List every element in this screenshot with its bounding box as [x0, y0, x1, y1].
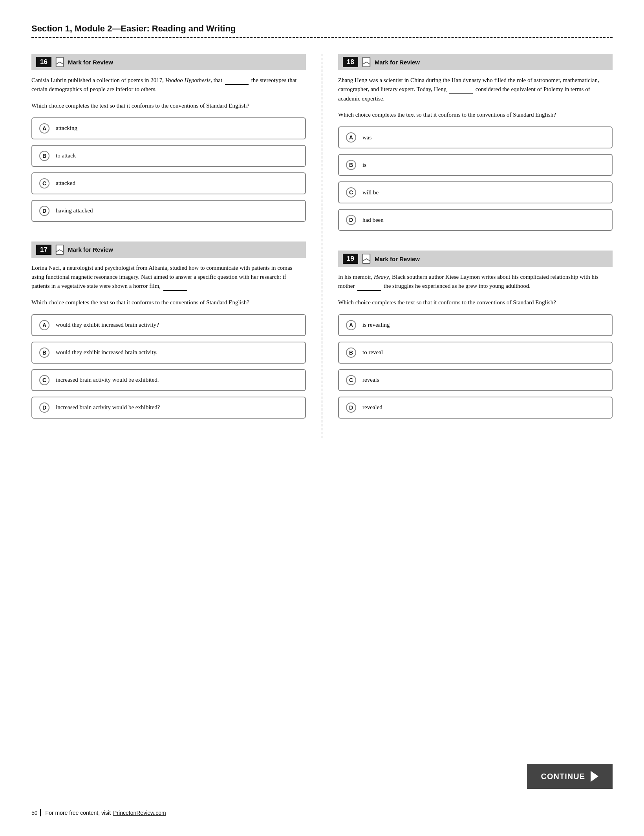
- letter-16-c: C: [39, 178, 49, 188]
- question-19: 19 Mark for Review In his memoir, Heavy,…: [338, 251, 613, 419]
- question-16-number: 16: [36, 57, 51, 67]
- choice-19-b-text: to reveal: [362, 349, 383, 356]
- letter-16-a: A: [39, 123, 49, 134]
- letter-18-a: A: [346, 132, 356, 143]
- mark-for-review-19[interactable]: Mark for Review: [375, 256, 420, 262]
- choice-18-d-text: had been: [362, 217, 384, 223]
- question-16-passage: Canisia Lubrin published a collection of…: [31, 76, 306, 94]
- choice-16-b-text: to attack: [56, 152, 76, 159]
- letter-17-a: A: [39, 320, 49, 330]
- choice-16-c-text: attacked: [56, 180, 75, 187]
- choice-18-b[interactable]: B is: [338, 154, 613, 176]
- question-19-prompt: Which choice completes the text so that …: [338, 298, 613, 307]
- choice-17-d[interactable]: D increased brain activity would be exhi…: [31, 397, 306, 419]
- letter-17-d: D: [39, 402, 49, 413]
- question-17-header: 17 Mark for Review: [31, 241, 306, 258]
- bookmark-icon-19[interactable]: [362, 254, 371, 264]
- choice-18-b-text: is: [362, 162, 366, 168]
- letter-17-c: C: [39, 375, 49, 385]
- choice-16-b[interactable]: B to attack: [31, 145, 306, 167]
- question-17-prompt: Which choice completes the text so that …: [31, 298, 306, 307]
- choice-19-a-text: is revealing: [362, 322, 390, 328]
- choice-18-c[interactable]: C will be: [338, 181, 613, 203]
- question-16: 16 Mark for Review Canisia Lubrin publis…: [31, 54, 306, 222]
- choice-17-a[interactable]: A would they exhibit increased brain act…: [31, 314, 306, 336]
- letter-18-d: D: [346, 215, 356, 225]
- question-18-header: 18 Mark for Review: [338, 54, 613, 70]
- footer-link[interactable]: PrincetonReview.com: [113, 810, 166, 816]
- footer-divider: [40, 809, 41, 816]
- choice-16-a[interactable]: A attacking: [31, 117, 306, 139]
- choice-17-c-text: increased brain activity would be exhibi…: [56, 377, 159, 383]
- question-18-choices: A was B is C will be D had been: [338, 126, 613, 231]
- choice-18-c-text: will be: [362, 189, 379, 196]
- choice-17-b-text: would they exhibit increased brain activ…: [56, 349, 157, 356]
- bookmark-icon-16[interactable]: [55, 57, 64, 67]
- question-18: 18 Mark for Review Zhang Heng was a scie…: [338, 54, 613, 231]
- letter-18-b: B: [346, 160, 356, 170]
- letter-19-d: D: [346, 402, 356, 413]
- choice-18-a[interactable]: A was: [338, 126, 613, 148]
- choice-16-c[interactable]: C attacked: [31, 172, 306, 194]
- choice-19-a[interactable]: A is revealing: [338, 314, 613, 336]
- footer-text: For more free content, visit: [46, 810, 111, 816]
- choice-16-d[interactable]: D having attacked: [31, 200, 306, 222]
- letter-19-c: C: [346, 375, 356, 385]
- question-17-choices: A would they exhibit increased brain act…: [31, 314, 306, 419]
- arrow-right-icon: [591, 771, 598, 782]
- question-17-number: 17: [36, 245, 51, 255]
- letter-18-c: C: [346, 187, 356, 198]
- question-19-header: 19 Mark for Review: [338, 251, 613, 267]
- letter-19-b: B: [346, 348, 356, 358]
- question-16-header: 16 Mark for Review: [31, 54, 306, 70]
- choice-16-a-text: attacking: [56, 125, 77, 132]
- choice-19-b[interactable]: B to reveal: [338, 342, 613, 364]
- question-18-prompt: Which choice completes the text so that …: [338, 110, 613, 119]
- letter-16-b: B: [39, 151, 49, 161]
- letter-19-a: A: [346, 320, 356, 330]
- question-19-passage: In his memoir, Heavy, Black southern aut…: [338, 273, 613, 291]
- continue-label: CONTINUE: [541, 772, 585, 781]
- choice-19-d[interactable]: D revealed: [338, 397, 613, 419]
- choice-17-b[interactable]: B would they exhibit increased brain act…: [31, 342, 306, 364]
- mark-for-review-18[interactable]: Mark for Review: [375, 59, 420, 66]
- mark-for-review-16[interactable]: Mark for Review: [68, 59, 113, 66]
- choice-18-a-text: was: [362, 134, 371, 141]
- question-16-prompt: Which choice completes the text so that …: [31, 101, 306, 110]
- continue-button[interactable]: CONTINUE: [527, 764, 613, 789]
- question-16-choices: A attacking B to attack C attacked D hav…: [31, 117, 306, 222]
- choice-17-d-text: increased brain activity would be exhibi…: [56, 404, 160, 411]
- letter-16-d: D: [39, 206, 49, 216]
- footer-page-number: 50: [31, 810, 38, 816]
- letter-17-b: B: [39, 348, 49, 358]
- question-17: 17 Mark for Review Lorina Naci, a neurol…: [31, 241, 306, 419]
- choice-19-d-text: revealed: [362, 404, 382, 411]
- choice-18-d[interactable]: D had been: [338, 209, 613, 231]
- question-19-choices: A is revealing B to reveal C reveals D r…: [338, 314, 613, 419]
- choice-16-d-text: having attacked: [56, 207, 93, 214]
- question-18-passage: Zhang Heng was a scientist in China duri…: [338, 76, 613, 103]
- choice-17-a-text: would they exhibit increased brain activ…: [56, 322, 159, 328]
- choice-19-c-text: reveals: [362, 377, 379, 383]
- bookmark-icon-17[interactable]: [55, 245, 64, 255]
- choice-19-c[interactable]: C reveals: [338, 369, 613, 391]
- page-title: Section 1, Module 2—Easier: Reading and …: [31, 24, 613, 34]
- mark-for-review-17[interactable]: Mark for Review: [68, 246, 113, 253]
- question-17-passage: Lorina Naci, a neurologist and psycholog…: [31, 263, 306, 291]
- bookmark-icon-18[interactable]: [362, 57, 371, 67]
- question-18-number: 18: [343, 57, 358, 67]
- choice-17-c[interactable]: C increased brain activity would be exhi…: [31, 369, 306, 391]
- question-19-number: 19: [343, 254, 358, 264]
- footer: 50 For more free content, visit Princeto…: [31, 809, 166, 816]
